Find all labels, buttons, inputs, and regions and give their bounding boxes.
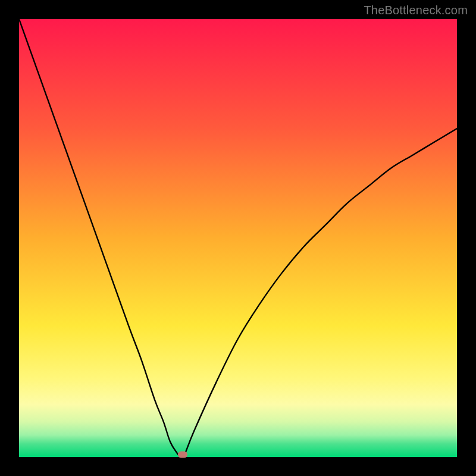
plot-area	[19, 19, 457, 457]
chart-frame: TheBottleneck.com	[0, 0, 476, 476]
watermark-text: TheBottleneck.com	[364, 4, 468, 17]
bottleneck-curve	[19, 19, 457, 457]
curve-svg	[19, 19, 457, 457]
optimal-point-marker	[178, 452, 187, 458]
